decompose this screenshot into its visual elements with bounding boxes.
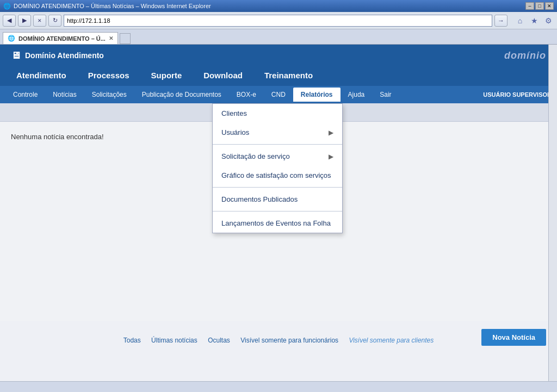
dropdown-item-usuarios[interactable]: Usuários ▶ (213, 123, 342, 142)
subnav-solicitacoes[interactable]: Solicitações (84, 88, 134, 102)
dropdown-item-grafico[interactable]: Gráfico de satisfação com serviços (213, 166, 342, 185)
dropdown-item-clientes[interactable]: Clientes (213, 104, 342, 123)
page-footer: Todas Últimas notícias Ocultas Visível s… (0, 332, 557, 349)
new-tab-button[interactable] (120, 33, 131, 44)
nav-suporte[interactable]: Suporte (140, 66, 193, 86)
home-icon[interactable]: ⌂ (514, 15, 526, 27)
dropdown-documentos-label: Documentos Publicados (221, 195, 298, 203)
nav-download[interactable]: Download (193, 66, 253, 86)
favorites-icon[interactable]: ★ (528, 15, 540, 27)
subnav-boxe[interactable]: BOX-e (229, 88, 264, 102)
back-button[interactable]: ◀ (3, 15, 16, 27)
close-button[interactable]: ✕ (545, 2, 554, 10)
active-tab[interactable]: 🌐 DOMÍNIO ATENDIMENTO – Ú... ✕ (3, 32, 118, 44)
address-bar[interactable] (64, 15, 492, 27)
window-title-text: DOMÍNIO ATENDIMENTO – Últimas Notícias –… (14, 3, 211, 9)
app-wrapper: 🖥 Domínio Atendimento domínio Atendiment… (0, 45, 557, 381)
app-brand: domínio (504, 50, 546, 61)
window-title-bar: 🌐 DOMÍNIO ATENDIMENTO – Últimas Notícias… (0, 0, 557, 12)
dropdown-usuarios-arrow: ▶ (329, 129, 333, 136)
filter-todas[interactable]: Todas (123, 337, 141, 344)
filter-ultimas-noticias[interactable]: Últimas notícias (151, 337, 197, 344)
subnav-controle[interactable]: Controle (5, 88, 45, 102)
dropdown-grafico-label: Gráfico de satisfação com serviços (221, 171, 331, 179)
dropdown-divider-1 (213, 144, 342, 145)
subnav-relatorios[interactable]: Relatórios (293, 88, 341, 102)
nav-processos[interactable]: Processos (77, 66, 140, 86)
dropdown-divider-2 (213, 187, 342, 188)
sub-nav: Controle Notícias Solicitações Publicaçã… (0, 86, 557, 103)
window-title-left: 🌐 DOMÍNIO ATENDIMENTO – Últimas Notícias… (3, 3, 211, 10)
filter-funcionarios[interactable]: Visível somente para funcionários (240, 337, 338, 344)
dropdown-solicitacao-arrow: ▶ (329, 153, 333, 160)
dropdown-item-documentos[interactable]: Documentos Publicados (213, 190, 342, 209)
subnav-noticias[interactable]: Notícias (45, 88, 84, 102)
dropdown-item-solicitacao[interactable]: Solicitação de serviço ▶ (213, 147, 342, 166)
stop-button[interactable]: ✕ (33, 15, 46, 27)
tab-bar: 🌐 DOMÍNIO ATENDIMENTO – Ú... ✕ (0, 29, 557, 45)
address-input[interactable] (67, 17, 489, 24)
tab-close-button[interactable]: ✕ (109, 35, 113, 41)
window-controls[interactable]: – □ ✕ (525, 2, 554, 10)
app-header: 🖥 Domínio Atendimento domínio (0, 45, 557, 66)
tab-label: DOMÍNIO ATENDIMENTO – Ú... (18, 35, 106, 42)
browser-toolbar: ◀ ▶ ✕ ↻ → ⌂ ★ ⚙ (0, 12, 557, 29)
dropdown-divider-3 (213, 211, 342, 211)
empty-message: Nenhuma notícia encontrada! (11, 133, 104, 141)
maximize-button[interactable]: □ (535, 2, 544, 10)
subnav-sair[interactable]: Sair (372, 88, 399, 102)
tab-icon: 🌐 (8, 35, 15, 42)
dropdown-item-lancamentos[interactable]: Lançamentos de Eventos na Folha (213, 214, 342, 233)
nav-treinamento[interactable]: Treinamento (253, 66, 324, 86)
app-logo: 🖥 Domínio Atendimento (11, 50, 104, 61)
status-bar (0, 381, 557, 392)
browser-icons: ⌂ ★ ⚙ (514, 15, 554, 27)
settings-icon[interactable]: ⚙ (542, 15, 554, 27)
dropdown-lancamentos-label: Lançamentos de Eventos na Folha (221, 219, 331, 227)
nav-atendimento[interactable]: Atendimento (5, 66, 77, 86)
subnav-ajuda[interactable]: Ajuda (341, 88, 373, 102)
filter-ocultas[interactable]: Ocultas (208, 337, 230, 344)
logo-icon: 🖥 (11, 50, 21, 61)
dropdown-menu: Clientes Usuários ▶ Solicitação de servi… (212, 103, 343, 233)
dropdown-solicitacao-label: Solicitação de serviço (221, 152, 290, 160)
dropdown-usuarios-label: Usuários (221, 128, 249, 136)
minimize-button[interactable]: – (525, 2, 534, 10)
forward-button[interactable]: ▶ (18, 15, 31, 27)
scrollbar-right[interactable] (548, 45, 557, 381)
main-nav: Atendimento Processos Suporte Download T… (0, 66, 557, 86)
filter-clientes[interactable]: Visível somente para clientes (349, 337, 434, 344)
logo-text: Domínio Atendimento (25, 51, 104, 60)
user-info: USUÁRIO SUPERVISOR (483, 91, 552, 98)
go-button[interactable]: → (494, 15, 508, 27)
subnav-publicacao[interactable]: Publicação de Documentos (134, 88, 229, 102)
window-icon: 🌐 (3, 3, 11, 10)
refresh-button[interactable]: ↻ (48, 15, 61, 27)
dropdown-clientes-label: Clientes (221, 109, 247, 117)
subnav-cnd[interactable]: CND (264, 88, 293, 102)
